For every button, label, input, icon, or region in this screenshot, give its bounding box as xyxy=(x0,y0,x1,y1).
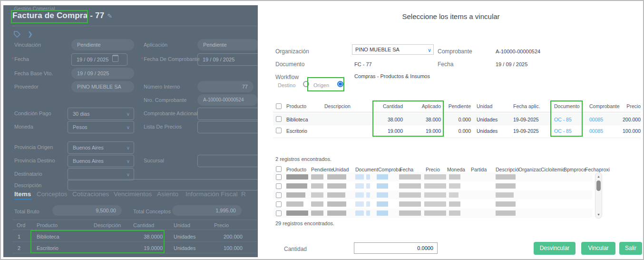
calendar-icon[interactable] xyxy=(112,55,118,62)
chevron-down-icon: ∨ xyxy=(127,142,130,154)
provincia-origen-label: Provincia Origen xyxy=(14,144,53,150)
provincia-destino-label: Provincia Destino xyxy=(14,158,55,163)
provincia-origen-select[interactable]: Buenos Aires∨ xyxy=(68,141,134,154)
linked-select-all-checkbox[interactable] xyxy=(276,103,282,109)
tab-items[interactable]: Items xyxy=(14,190,31,198)
tab-cotizaciones[interactable]: Cotizaciones xyxy=(72,190,109,198)
comprobante-link[interactable]: 00085 xyxy=(589,117,603,122)
total-conceptos-value: 1,995.00 xyxy=(172,205,242,216)
condicion-pago-select[interactable]: 30 dias∨ xyxy=(68,108,134,120)
lista-precios-input[interactable] xyxy=(197,121,259,133)
vinculacion-value: Pendiente xyxy=(71,39,134,50)
numero-interno-value: 77 xyxy=(197,81,254,92)
scroll-up-icon[interactable]: ▲ xyxy=(595,175,602,178)
avail-header-unidad: Unidad xyxy=(333,167,349,172)
title-divider xyxy=(12,26,257,26)
linked-header-line xyxy=(273,112,641,112)
cell-unidad: Unidades xyxy=(174,234,195,240)
desvincular-button[interactable]: Desvincular xyxy=(534,242,576,255)
items-header-unidad: Unidad xyxy=(174,222,190,228)
cell-aplicado: 38.000 xyxy=(412,117,441,122)
items-header-line xyxy=(12,230,257,230)
fecha-base-label: Fecha Base Vto. xyxy=(14,70,53,76)
aplicacion-value: Pendiente xyxy=(197,39,259,50)
documento-label: Documento xyxy=(275,61,304,68)
origen-radio[interactable] xyxy=(337,81,343,87)
fecha-input[interactable]: 19 / 09 / 2025 xyxy=(71,53,127,66)
salir-button[interactable]: Salir xyxy=(619,242,642,255)
tab-clipped[interactable]: R xyxy=(241,190,246,198)
cell-pendiente: 0.000 xyxy=(444,117,471,122)
tab-vencimientos[interactable]: Vencimientos xyxy=(114,190,152,198)
row-checkbox[interactable] xyxy=(276,210,282,216)
row-checkbox[interactable] xyxy=(276,116,282,122)
provincia-destino-select[interactable]: Buenos Aires∨ xyxy=(68,155,134,167)
descripcion-input[interactable] xyxy=(68,179,259,190)
cantidad-input[interactable]: 0.0000 xyxy=(354,242,438,254)
cell-precio: 200.000 xyxy=(224,234,243,240)
linked-header-documento: Documento xyxy=(554,103,580,109)
items-row-line xyxy=(12,241,257,242)
tab-asiento[interactable]: Asiento xyxy=(157,190,178,198)
destino-radio-label: Destino xyxy=(278,82,295,88)
avail-header-fecha: Fecha xyxy=(400,167,413,172)
cell-cantidad: 38.0000 xyxy=(115,234,163,240)
destinatario-label: Destinatario xyxy=(14,171,42,177)
documento-link[interactable]: OC - 85 xyxy=(554,128,572,134)
row-checkbox[interactable] xyxy=(276,128,282,133)
linked-header-descripcion: Descripcion xyxy=(324,103,351,109)
avail-header-partida: Partida xyxy=(471,167,487,172)
cell-unidad: Unidades xyxy=(477,128,498,134)
linked-header-unidad: Unidad xyxy=(477,103,492,109)
cell-precio: 200.000 xyxy=(612,117,641,122)
items-header-cantidad: Cantidad xyxy=(133,222,154,228)
tab-items-underline xyxy=(14,199,32,200)
scroll-down-icon[interactable]: ▼ xyxy=(595,213,602,216)
fecha-comprobante-input[interactable]: 19 / 09 / 2025 xyxy=(197,53,259,66)
row-checkbox[interactable] xyxy=(276,174,282,180)
row-checkbox[interactable] xyxy=(276,201,282,207)
destino-radio[interactable] xyxy=(303,81,309,87)
linked-header-pendiente: Pendiente xyxy=(444,103,471,109)
avail-header-document: Document xyxy=(355,167,378,172)
vincular-button[interactable]: Vincular xyxy=(581,242,615,255)
cell-producto: Escritorio xyxy=(286,128,307,134)
available-select-all-checkbox[interactable] xyxy=(276,166,282,172)
link-items-modal: Seleccione los items a vincular Organiza… xyxy=(258,2,644,260)
documento-link[interactable]: OC - 85 xyxy=(554,117,572,122)
sucursal-input[interactable] xyxy=(197,155,259,167)
descripcion-label: Descripción xyxy=(14,182,41,188)
cell-producto: Biblioteca xyxy=(286,117,308,122)
row-checkbox[interactable] xyxy=(276,183,282,189)
moneda-label: Moneda xyxy=(14,124,33,130)
avail-header-precio: Precio xyxy=(426,167,440,172)
cell-fecha-aplic: 19-09-2025 xyxy=(513,128,539,134)
comprobante-value: A-10000-00000524 xyxy=(496,49,540,54)
app-screen: Gestión Comercial Factura de Compra - 77… xyxy=(0,0,644,260)
avail-header-pendiente: Pendiente xyxy=(311,167,333,172)
chevron-right-icon[interactable]: ❯ xyxy=(28,30,33,38)
cell-precio: 100.000 xyxy=(612,128,641,134)
origen-radio-label: Origen xyxy=(313,82,329,88)
comprobante-link[interactable]: 00085 xyxy=(589,128,603,134)
workflow-value: Compras - Productos & Insumos xyxy=(354,73,430,79)
moneda-select[interactable]: Pesos∨ xyxy=(68,121,134,133)
avail-header-bpmproce: Bpmproce xyxy=(564,167,586,172)
tab-informacion-fiscal[interactable]: Información Fiscal xyxy=(185,190,238,198)
row-checkbox[interactable] xyxy=(276,192,282,198)
chevron-down-icon: ∨ xyxy=(127,155,130,168)
items-table-top-line xyxy=(12,220,257,220)
scrollbar[interactable]: ▲ ▼ xyxy=(595,172,602,219)
tab-conceptos[interactable]: Conceptos xyxy=(37,190,68,198)
cell-precio: 100.000 xyxy=(224,245,243,251)
lista-precios-label: Lista De Precios xyxy=(144,124,182,130)
vinculacion-label: Vinculación xyxy=(14,42,41,48)
aplicacion-label: Aplicación xyxy=(144,42,167,48)
scroll-thumb[interactable] xyxy=(596,180,601,191)
organizacion-select[interactable]: PINO MUEBLE SA∨ xyxy=(352,44,434,55)
cell-pendiente: 0.000 xyxy=(444,128,471,134)
comprobante-adicional-input[interactable] xyxy=(197,108,259,120)
edit-icon[interactable]: ✎ xyxy=(107,12,112,20)
cell-fecha-aplic: 19-09-2025 xyxy=(513,117,539,122)
tag-icon[interactable] xyxy=(13,30,21,40)
